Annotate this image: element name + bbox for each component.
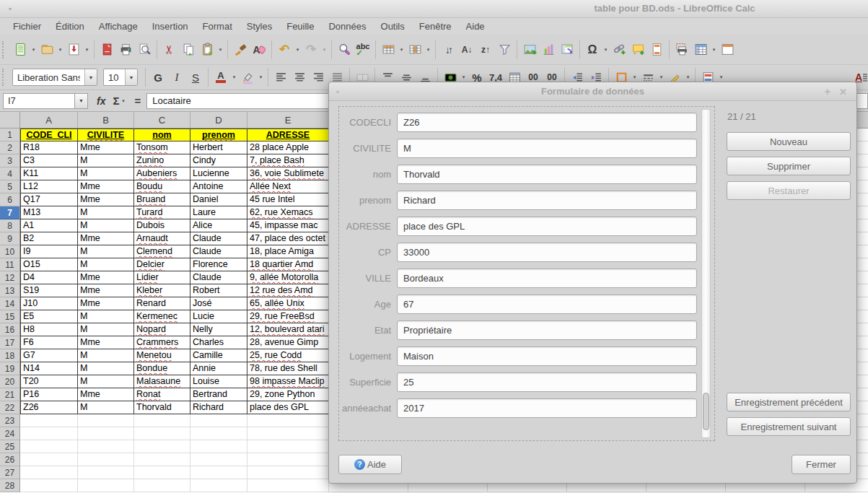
- cell[interactable]: M: [78, 258, 134, 271]
- print-area-button[interactable]: [672, 40, 691, 60]
- cell[interactable]: [78, 414, 134, 427]
- cell[interactable]: Bondue: [134, 362, 190, 375]
- cell[interactable]: 45, impasse mac: [247, 219, 329, 232]
- insert-hyperlink-button[interactable]: [610, 40, 628, 60]
- cell[interactable]: Mme: [78, 388, 134, 401]
- font-name-input[interactable]: [13, 69, 84, 85]
- cell[interactable]: [20, 440, 78, 453]
- cell[interactable]: A1: [20, 219, 78, 232]
- cell[interactable]: M: [78, 154, 134, 167]
- cell[interactable]: M: [78, 401, 134, 414]
- freeze-panes-button[interactable]: [691, 40, 710, 60]
- cell[interactable]: P16: [20, 388, 78, 401]
- cell[interactable]: 98 impasse Maclip: [247, 375, 329, 388]
- cell[interactable]: R18: [20, 141, 78, 154]
- highlight-dropdown-icon[interactable]: ▾: [257, 67, 265, 87]
- cell[interactable]: prenom: [190, 128, 247, 141]
- cell[interactable]: [134, 414, 190, 427]
- cell[interactable]: Arnaudt: [134, 232, 190, 245]
- cell[interactable]: M: [78, 323, 134, 336]
- sort-ascending-button[interactable]: A↓: [457, 40, 476, 60]
- cell[interactable]: [190, 414, 247, 427]
- row-header-26[interactable]: 26: [0, 453, 20, 466]
- font-size-dropdown-icon[interactable]: ▼: [125, 69, 137, 85]
- row-header-3[interactable]: 3: [0, 154, 20, 167]
- cell[interactable]: José: [190, 297, 247, 310]
- cell[interactable]: [20, 466, 78, 479]
- split-window-button[interactable]: [718, 40, 737, 60]
- cell[interactable]: [190, 466, 247, 479]
- column-header-D[interactable]: D: [190, 112, 247, 128]
- cell[interactable]: Ronat: [134, 388, 190, 401]
- insert-column-dropdown-icon[interactable]: ▾: [424, 40, 432, 60]
- menu-fichier[interactable]: Fichier: [6, 19, 48, 33]
- cell[interactable]: B2: [20, 232, 78, 245]
- cell[interactable]: 12, boulevard atari: [247, 323, 329, 336]
- cell[interactable]: Cindy: [190, 154, 247, 167]
- field-input-ADRESSE[interactable]: [397, 217, 697, 236]
- cell[interactable]: Mme: [78, 336, 134, 349]
- row-header-6[interactable]: 6: [0, 193, 20, 206]
- row-header-14[interactable]: 14: [0, 297, 20, 310]
- align-center-button[interactable]: [290, 67, 309, 87]
- close-dialog-button[interactable]: Fermer: [792, 455, 851, 474]
- cell[interactable]: Malasaune: [134, 375, 190, 388]
- row-header-4[interactable]: 4: [0, 167, 20, 180]
- redo-dropdown-icon[interactable]: ▾: [320, 40, 328, 60]
- cell[interactable]: [247, 466, 329, 479]
- sum-dropdown-icon[interactable]: ▾: [119, 91, 127, 111]
- row-header-24[interactable]: 24: [0, 427, 20, 440]
- cell[interactable]: 47, place des octet: [247, 232, 329, 245]
- cell[interactable]: Kleber: [134, 284, 190, 297]
- cell[interactable]: [247, 414, 329, 427]
- cell[interactable]: Laure: [190, 206, 247, 219]
- cell[interactable]: Aubeniers: [134, 167, 190, 180]
- field-input-Etat[interactable]: [397, 320, 697, 340]
- row-header-17[interactable]: 17: [0, 336, 20, 349]
- cell[interactable]: [190, 479, 247, 492]
- cell[interactable]: Claude: [190, 232, 247, 245]
- row-header-9[interactable]: 9: [0, 232, 20, 245]
- font-name-dropdown-icon[interactable]: ▼: [84, 69, 97, 85]
- open-dropdown-icon[interactable]: ▾: [56, 40, 64, 60]
- row-header-23[interactable]: 23: [0, 414, 20, 427]
- row-header-16[interactable]: 16: [0, 323, 20, 336]
- row-header-25[interactable]: 25: [0, 440, 20, 453]
- cell[interactable]: M: [78, 245, 134, 258]
- cell[interactable]: [134, 440, 190, 453]
- cell[interactable]: 36, voie Sublimete: [247, 167, 329, 180]
- cell[interactable]: 9, allée Motorolla: [247, 271, 329, 284]
- cell[interactable]: S19: [20, 284, 78, 297]
- cell[interactable]: Lucienne: [190, 167, 247, 180]
- field-input-CIVILITE[interactable]: [397, 139, 697, 158]
- next-record-button[interactable]: Enregistrement suivant: [727, 417, 851, 436]
- menu-donnees[interactable]: Données: [321, 19, 373, 33]
- insert-comment-button[interactable]: [628, 40, 647, 60]
- cell[interactable]: Dubois: [134, 219, 190, 232]
- row-header-19[interactable]: 19: [0, 362, 20, 375]
- cell[interactable]: Turard: [134, 206, 190, 219]
- autofilter-button[interactable]: [495, 40, 514, 60]
- cell[interactable]: Mme: [78, 284, 134, 297]
- row-header-22[interactable]: 22: [0, 401, 20, 414]
- restore-record-button[interactable]: Restaurer: [727, 181, 851, 200]
- cell[interactable]: [190, 427, 247, 440]
- equals-icon[interactable]: =: [134, 95, 141, 107]
- cell[interactable]: Mme: [78, 232, 134, 245]
- cell[interactable]: M: [78, 310, 134, 323]
- column-header-C[interactable]: C: [134, 112, 190, 128]
- redo-button[interactable]: ↷: [302, 40, 320, 60]
- cell[interactable]: [190, 453, 247, 466]
- cell[interactable]: Claude: [190, 271, 247, 284]
- spelling-button[interactable]: abc✓: [354, 40, 372, 60]
- font-size-combo[interactable]: ▼: [103, 69, 138, 86]
- row-header-5[interactable]: 5: [0, 180, 20, 193]
- paste-button[interactable]: [198, 40, 216, 60]
- menu-outils[interactable]: Outils: [374, 19, 412, 33]
- cell[interactable]: H8: [20, 323, 78, 336]
- cell[interactable]: G7: [20, 349, 78, 362]
- cell[interactable]: Robert: [190, 284, 247, 297]
- clone-formatting-button[interactable]: [231, 40, 250, 60]
- name-box[interactable]: [3, 93, 75, 109]
- clear-formatting-button[interactable]: A: [250, 40, 268, 60]
